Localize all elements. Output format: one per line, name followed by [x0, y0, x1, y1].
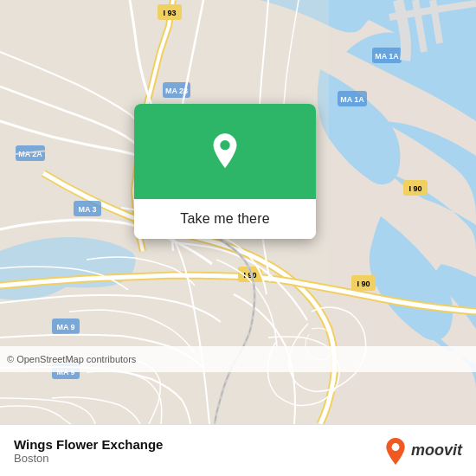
popup-card: Take me there — [134, 104, 316, 239]
take-me-there-button[interactable]: Take me there — [134, 199, 316, 239]
bottom-bar: Wings Flower Exchange Boston moovit — [0, 424, 476, 476]
popup-green-area — [134, 104, 316, 199]
svg-text:MA 9: MA 9 — [56, 323, 74, 331]
svg-point-25 — [220, 140, 229, 150]
moovit-pin-icon — [383, 437, 408, 465]
moovit-brand-text: moovit — [411, 441, 462, 460]
moovit-logo[interactable]: moovit — [383, 437, 462, 465]
svg-point-26 — [392, 443, 400, 451]
place-info: Wings Flower Exchange Boston — [14, 437, 163, 465]
map-container[interactable]: I 93 MA 28 MA 3 I 90 I 90 I 90 MA 2A MA … — [0, 0, 476, 424]
svg-text:MA 3: MA 3 — [78, 205, 96, 214]
attribution-text: © OpenStreetMap contributors — [7, 354, 136, 364]
place-city: Boston — [14, 452, 163, 465]
svg-text:I 93: I 93 — [163, 9, 176, 17]
svg-text:MA 1A: MA 1A — [375, 52, 399, 61]
svg-text:I 90: I 90 — [408, 184, 421, 193]
location-pin-icon — [206, 132, 244, 170]
place-name: Wings Flower Exchange — [14, 437, 163, 452]
svg-text:I 90: I 90 — [357, 280, 370, 288]
attribution-bar: © OpenStreetMap contributors — [0, 346, 476, 372]
svg-text:MA 1A: MA 1A — [340, 95, 364, 104]
